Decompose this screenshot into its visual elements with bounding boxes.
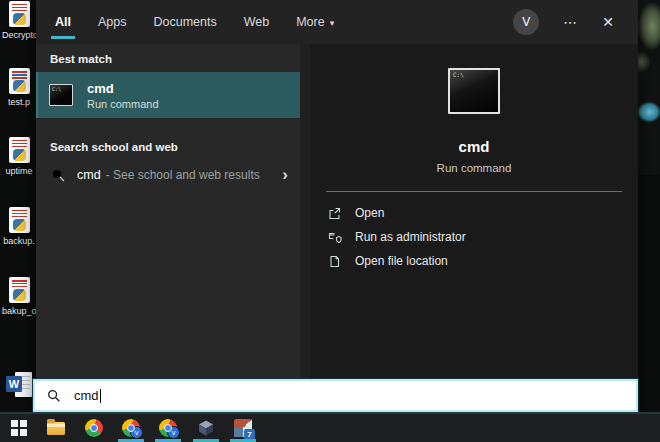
python-logo-icon — [13, 289, 26, 301]
taskbar-chrome-profile-2[interactable]: v — [158, 418, 178, 438]
tab-apps[interactable]: Apps — [97, 12, 128, 32]
desktop-icon-label: uptime — [2, 166, 36, 176]
best-match-result[interactable]: C:\ cmd Run command — [36, 72, 300, 118]
tab-documents[interactable]: Documents — [152, 12, 217, 32]
python-logo-icon — [13, 149, 26, 161]
result-subtitle: Run command — [87, 98, 159, 110]
taskbar-chrome-profile-1[interactable]: v — [121, 418, 141, 438]
panel-gap — [300, 44, 310, 380]
web-query-text: cmd — [77, 168, 101, 182]
taskbar: v v 7 — [0, 412, 660, 442]
python-file-icon — [9, 207, 30, 233]
web-query-suffix: - See school and web results — [106, 168, 260, 182]
desktop-icon-bakup-o[interactable]: bakup_o — [2, 277, 36, 316]
chrome-icon — [85, 419, 103, 437]
python-file-icon — [9, 277, 30, 303]
search-input[interactable]: cmd — [33, 379, 638, 412]
preview-panel: C:\ cmd Run command Open Run as administ… — [310, 44, 638, 380]
action-open[interactable]: Open — [310, 201, 638, 225]
admin-shield-icon — [327, 230, 342, 245]
result-title: cmd — [87, 81, 159, 96]
open-icon — [327, 206, 342, 221]
chevron-down-icon: ▾ — [330, 18, 335, 28]
open-file-location-icon — [327, 254, 342, 269]
chrome-icon: v — [159, 419, 177, 437]
user-avatar[interactable]: V — [513, 9, 539, 35]
desktop-icon-test[interactable]: test.p — [2, 68, 36, 107]
desktop-icon-uptime[interactable]: uptime — [2, 137, 36, 176]
search-icon — [47, 389, 61, 403]
cmd-terminal-icon: C:\ — [49, 84, 73, 106]
word-file-icon: W — [6, 372, 32, 399]
desktop-icon-label: test.p — [2, 97, 36, 107]
web-search-result[interactable]: cmd - See school and web results › — [36, 160, 300, 190]
search-filter-bar: All Apps Documents Web More▾ V ⋯ ✕ — [36, 0, 638, 44]
virtualbox-cube-icon — [197, 419, 215, 437]
desktop-icon-decrypto[interactable]: Decrypto — [2, 1, 36, 40]
python-logo-icon — [13, 80, 26, 92]
desktop-icon-backup[interactable]: backup. — [2, 207, 36, 246]
taskbar-win7-app[interactable]: 7 — [233, 418, 253, 438]
folder-icon — [47, 422, 65, 435]
action-list: Open Run as administrator Open file loca… — [310, 201, 638, 273]
tab-web[interactable]: Web — [243, 12, 270, 32]
python-file-icon — [9, 68, 30, 94]
preview-app-subtitle: Run command — [437, 162, 512, 174]
overflow-menu-icon[interactable]: ⋯ — [563, 14, 578, 30]
tab-all[interactable]: All — [54, 12, 72, 32]
taskbar-virtualbox[interactable] — [196, 418, 216, 438]
win7-app-icon: 7 — [234, 419, 252, 437]
results-panel: Best match C:\ cmd Run command Search sc… — [36, 44, 300, 380]
text-caret — [100, 389, 101, 403]
python-file-icon — [9, 137, 30, 163]
action-open-file-location[interactable]: Open file location — [310, 249, 638, 273]
web-search-header: Search school and web — [36, 132, 300, 160]
profile-badge: v — [130, 426, 143, 439]
search-icon — [51, 168, 66, 183]
desktop-icon-label: Decrypto — [2, 30, 36, 40]
taskbar-file-explorer[interactable] — [46, 418, 66, 438]
header-controls: V ⋯ ✕ — [513, 9, 638, 35]
cmd-terminal-icon-large: C:\ — [448, 68, 500, 114]
desktop-icon-label: bakup_o — [2, 306, 36, 316]
chevron-right-icon[interactable]: › — [282, 170, 288, 180]
desktop-icon-word-doc[interactable]: W — [2, 372, 36, 399]
desktop-icon-label: backup. — [2, 236, 36, 246]
tab-more[interactable]: More▾ — [295, 12, 335, 32]
python-logo-icon — [13, 13, 26, 25]
windows-logo-icon — [11, 420, 27, 436]
python-logo-icon — [13, 219, 26, 231]
python-file-icon — [9, 1, 30, 27]
best-match-header: Best match — [36, 44, 300, 72]
preview-divider — [326, 191, 622, 192]
taskbar-chrome[interactable] — [84, 418, 104, 438]
desktop-wallpaper-fragment — [637, 0, 660, 175]
chrome-icon: v — [122, 419, 140, 437]
search-query-text: cmd — [74, 388, 99, 403]
start-button[interactable] — [9, 418, 29, 438]
close-icon[interactable]: ✕ — [602, 14, 614, 30]
action-run-as-administrator[interactable]: Run as administrator — [310, 225, 638, 249]
profile-badge: v — [167, 426, 180, 439]
preview-app-title: cmd — [459, 138, 490, 155]
filter-tabs: All Apps Documents Web More▾ — [36, 12, 335, 32]
search-flyout: All Apps Documents Web More▾ V ⋯ ✕ Best … — [36, 0, 638, 412]
